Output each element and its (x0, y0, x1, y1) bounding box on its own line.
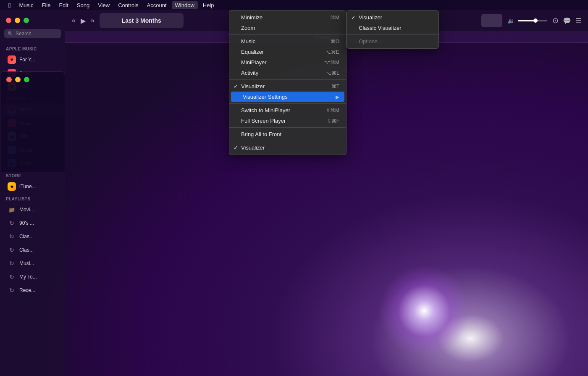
play-button[interactable]: ▶ (81, 17, 86, 25)
second-window-close[interactable] (6, 77, 12, 82)
second-window (0, 71, 65, 172)
classic-vis-label: Classic Visualizer (359, 25, 402, 31)
second-window-maximize[interactable] (24, 77, 29, 82)
menu-item-minimize[interactable]: Minimize ⌘M (229, 12, 346, 23)
sidebar-item-label-90s: 90's ... (19, 220, 34, 226)
window-menu: Minimize ⌘M Zoom Music ⌘O Equalizer ⌥⌘E … (229, 10, 346, 155)
submenu-item-classic-visualizer[interactable]: Classic Visualizer (347, 23, 438, 33)
menu-item-equalizer[interactable]: Equalizer ⌥⌘E (229, 47, 346, 57)
menubar-account[interactable]: Account (144, 1, 170, 9)
sidebar-item-recently-pl[interactable]: ↻ Rece... (2, 284, 63, 297)
menubar-help[interactable]: Help (200, 1, 218, 9)
folder-icon: 📁 (8, 205, 16, 214)
search-icon: 🔍 (8, 31, 13, 37)
sidebar-item-itunes-store[interactable]: ★ iTune... (2, 180, 63, 193)
search-box[interactable]: 🔍 Search (4, 29, 61, 38)
lyrics-icon[interactable]: 💬 (563, 17, 571, 25)
full-screen-shortcut: ⇧⌘F (327, 118, 339, 124)
activity-label: Activity (241, 70, 258, 76)
queue-icon[interactable]: ☰ (575, 17, 581, 25)
menubar-controls[interactable]: Controls (115, 1, 142, 9)
volume-slider[interactable] (518, 20, 547, 21)
close-button[interactable] (6, 18, 11, 23)
sidebar-item-label-classical2: Clas... (19, 247, 34, 253)
visualizer-check-label: Visualizer (241, 145, 265, 151)
sidebar-item-label-movies: Movi... (19, 207, 34, 213)
submenu-item-visualizer[interactable]: ✓ Visualizer (347, 12, 438, 23)
miniplayer-shortcut: ⌥⌘M (324, 60, 339, 66)
traffic-lights (0, 10, 65, 27)
music-label: Music (241, 38, 255, 45)
airplay-icon[interactable]: ⊙ (552, 16, 559, 25)
menubar-view[interactable]: View (94, 1, 113, 9)
menu-item-music[interactable]: Music ⌘O (229, 36, 346, 47)
transport-controls: « ▶ » (72, 17, 94, 25)
switch-miniplayer-label: Switch to MiniPlayer (241, 107, 290, 113)
playlists-section-header: Playlists (0, 193, 65, 203)
menu-sep-3 (229, 103, 346, 104)
menu-sep-4 (229, 127, 346, 128)
menu-sep-2 (229, 79, 346, 80)
apple-music-section-header: Apple Music (0, 43, 65, 53)
fast-forward-button[interactable]: » (91, 17, 94, 24)
minimize-button[interactable] (15, 18, 20, 23)
menu-item-activity[interactable]: Activity ⌥⌘L (229, 68, 346, 78)
for-you-icon: ♥ (8, 55, 16, 64)
menu-item-full-screen[interactable]: Full Screen Player ⇧⌘F (229, 116, 346, 126)
second-window-minimize[interactable] (15, 77, 21, 82)
sidebar-item-for-you[interactable]: ♥ For Y... (2, 53, 63, 66)
menu-sep-1 (229, 34, 346, 35)
visualizer-check-mark: ✓ (234, 83, 238, 89)
second-window-traffic-lights (0, 72, 65, 86)
menu-item-visualizer[interactable]: ✓ Visualizer ⌘T (229, 81, 346, 92)
submenu-arrow-icon: ▶ (336, 94, 339, 100)
sidebar-item-label-itunes: iTune... (19, 184, 36, 189)
playlist-icon-90s: ↻ (8, 219, 16, 227)
menu-item-miniplayer[interactable]: MiniPlayer ⌥⌘M (229, 57, 346, 68)
apple-menu[interactable]:  (5, 1, 14, 10)
rewind-button[interactable]: « (72, 17, 76, 24)
now-playing-title: Last 3 Months (122, 17, 161, 24)
miniplayer-label: MiniPlayer (241, 59, 267, 66)
sidebar-item-music-videos-pl[interactable]: ↻ Musi... (2, 257, 63, 270)
activity-shortcut: ⌥⌘L (326, 70, 339, 76)
sidebar-item-label-my-top: My To... (19, 274, 37, 280)
menubar-music[interactable]: Music (16, 1, 37, 9)
playlist-icon-classical2: ↻ (8, 246, 16, 254)
bring-all-front-label: Bring All to Front (241, 131, 281, 137)
menu-sep-5 (229, 141, 346, 141)
menu-item-bring-all-front[interactable]: Bring All to Front (229, 129, 346, 139)
sidebar-item-my-top[interactable]: ↻ My To... (2, 271, 63, 283)
submenu-sep-1 (347, 34, 438, 35)
menubar:  Music File Edit Song View Controls Acc… (0, 0, 588, 10)
sidebar-item-movies-folder[interactable]: 📁 Movi... (2, 203, 63, 216)
volume-knob (533, 18, 538, 23)
menubar-file[interactable]: File (38, 1, 54, 9)
volume-area: 🔉 (507, 17, 547, 24)
menu-item-visualizer-settings[interactable]: Visualizer Settings ▶ (231, 92, 344, 102)
maximize-button[interactable] (24, 18, 29, 23)
now-playing-area: Last 3 Months (100, 13, 184, 28)
apple-account-area[interactable] (481, 14, 502, 27)
visualizer-label: Visualizer (241, 83, 265, 89)
sidebar-item-label-classical1: Clas... (19, 234, 34, 239)
visualizer-settings-submenu: ✓ Visualizer Classic Visualizer Options.… (346, 10, 439, 49)
visualizer-settings-label: Visualizer Settings (243, 94, 288, 100)
menu-item-visualizer-check[interactable]: ✓ Visualizer (229, 142, 346, 153)
sidebar-item-90s-music[interactable]: ↻ 90's ... (2, 217, 63, 229)
sidebar-item-classical1[interactable]: ↻ Clas... (2, 230, 63, 243)
playlist-icon-classical1: ↻ (8, 232, 16, 241)
menubar-window[interactable]: Window (172, 1, 198, 9)
sidebar-item-classical2[interactable]: ↻ Clas... (2, 244, 63, 256)
menu-item-switch-miniplayer[interactable]: Switch to MiniPlayer ⇧⌘M (229, 105, 346, 116)
switch-miniplayer-shortcut: ⇧⌘M (326, 108, 339, 113)
volume-fill (518, 20, 536, 21)
itunes-icon: ★ (8, 182, 16, 191)
vis-label: Visualizer (359, 14, 382, 21)
menubar-song[interactable]: Song (74, 1, 93, 9)
playlist-icon-music-videos: ↻ (8, 259, 16, 268)
menubar-edit[interactable]: Edit (55, 1, 71, 9)
menu-item-zoom[interactable]: Zoom (229, 23, 346, 33)
full-screen-label: Full Screen Player (241, 118, 286, 124)
playlist-icon-recently: ↻ (8, 286, 16, 294)
